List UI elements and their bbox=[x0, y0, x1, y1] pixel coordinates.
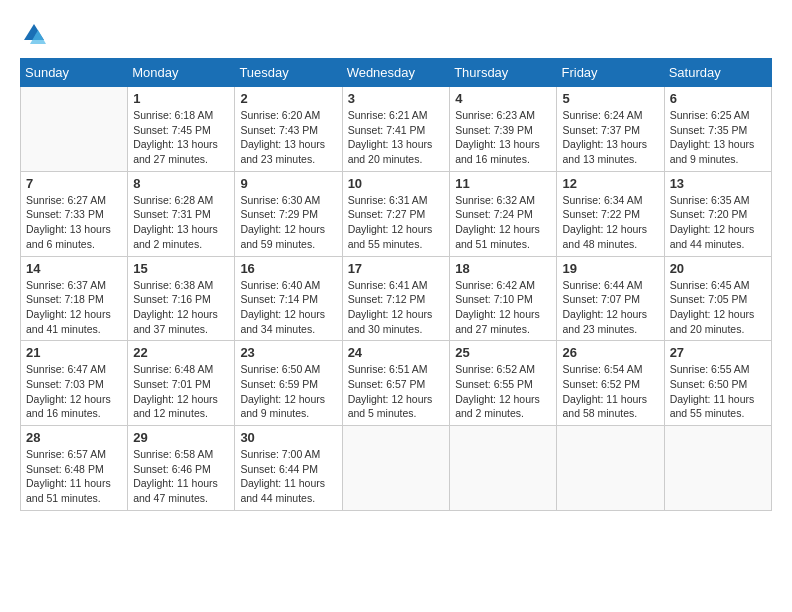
calendar-cell: 6Sunrise: 6:25 AMSunset: 7:35 PMDaylight… bbox=[664, 87, 771, 172]
calendar-cell: 24Sunrise: 6:51 AMSunset: 6:57 PMDayligh… bbox=[342, 341, 450, 426]
calendar-cell: 12Sunrise: 6:34 AMSunset: 7:22 PMDayligh… bbox=[557, 171, 664, 256]
day-number: 7 bbox=[26, 176, 122, 191]
header-sunday: Sunday bbox=[21, 59, 128, 87]
calendar-cell: 8Sunrise: 6:28 AMSunset: 7:31 PMDaylight… bbox=[128, 171, 235, 256]
week-row-5: 28Sunrise: 6:57 AMSunset: 6:48 PMDayligh… bbox=[21, 426, 772, 511]
calendar-cell: 11Sunrise: 6:32 AMSunset: 7:24 PMDayligh… bbox=[450, 171, 557, 256]
day-info: Sunrise: 6:18 AMSunset: 7:45 PMDaylight:… bbox=[133, 108, 229, 167]
day-info: Sunrise: 6:25 AMSunset: 7:35 PMDaylight:… bbox=[670, 108, 766, 167]
logo bbox=[20, 20, 52, 48]
day-number: 18 bbox=[455, 261, 551, 276]
calendar-cell: 3Sunrise: 6:21 AMSunset: 7:41 PMDaylight… bbox=[342, 87, 450, 172]
calendar-cell: 30Sunrise: 7:00 AMSunset: 6:44 PMDayligh… bbox=[235, 426, 342, 511]
day-number: 24 bbox=[348, 345, 445, 360]
day-info: Sunrise: 6:34 AMSunset: 7:22 PMDaylight:… bbox=[562, 193, 658, 252]
day-info: Sunrise: 6:41 AMSunset: 7:12 PMDaylight:… bbox=[348, 278, 445, 337]
calendar-cell: 25Sunrise: 6:52 AMSunset: 6:55 PMDayligh… bbox=[450, 341, 557, 426]
day-info: Sunrise: 6:52 AMSunset: 6:55 PMDaylight:… bbox=[455, 362, 551, 421]
calendar-cell: 14Sunrise: 6:37 AMSunset: 7:18 PMDayligh… bbox=[21, 256, 128, 341]
day-info: Sunrise: 6:23 AMSunset: 7:39 PMDaylight:… bbox=[455, 108, 551, 167]
calendar-cell: 20Sunrise: 6:45 AMSunset: 7:05 PMDayligh… bbox=[664, 256, 771, 341]
calendar-cell bbox=[664, 426, 771, 511]
calendar-cell bbox=[450, 426, 557, 511]
day-info: Sunrise: 6:57 AMSunset: 6:48 PMDaylight:… bbox=[26, 447, 122, 506]
day-number: 22 bbox=[133, 345, 229, 360]
calendar-cell: 5Sunrise: 6:24 AMSunset: 7:37 PMDaylight… bbox=[557, 87, 664, 172]
day-number: 2 bbox=[240, 91, 336, 106]
calendar-cell: 18Sunrise: 6:42 AMSunset: 7:10 PMDayligh… bbox=[450, 256, 557, 341]
day-info: Sunrise: 6:54 AMSunset: 6:52 PMDaylight:… bbox=[562, 362, 658, 421]
week-row-3: 14Sunrise: 6:37 AMSunset: 7:18 PMDayligh… bbox=[21, 256, 772, 341]
calendar-cell: 2Sunrise: 6:20 AMSunset: 7:43 PMDaylight… bbox=[235, 87, 342, 172]
week-row-4: 21Sunrise: 6:47 AMSunset: 7:03 PMDayligh… bbox=[21, 341, 772, 426]
day-info: Sunrise: 6:42 AMSunset: 7:10 PMDaylight:… bbox=[455, 278, 551, 337]
calendar-cell: 15Sunrise: 6:38 AMSunset: 7:16 PMDayligh… bbox=[128, 256, 235, 341]
day-info: Sunrise: 6:30 AMSunset: 7:29 PMDaylight:… bbox=[240, 193, 336, 252]
calendar-cell: 7Sunrise: 6:27 AMSunset: 7:33 PMDaylight… bbox=[21, 171, 128, 256]
day-info: Sunrise: 6:24 AMSunset: 7:37 PMDaylight:… bbox=[562, 108, 658, 167]
day-number: 23 bbox=[240, 345, 336, 360]
calendar-cell: 1Sunrise: 6:18 AMSunset: 7:45 PMDaylight… bbox=[128, 87, 235, 172]
day-number: 25 bbox=[455, 345, 551, 360]
calendar-cell: 29Sunrise: 6:58 AMSunset: 6:46 PMDayligh… bbox=[128, 426, 235, 511]
day-info: Sunrise: 6:47 AMSunset: 7:03 PMDaylight:… bbox=[26, 362, 122, 421]
day-number: 12 bbox=[562, 176, 658, 191]
calendar-cell: 28Sunrise: 6:57 AMSunset: 6:48 PMDayligh… bbox=[21, 426, 128, 511]
calendar-cell: 26Sunrise: 6:54 AMSunset: 6:52 PMDayligh… bbox=[557, 341, 664, 426]
calendar-cell: 27Sunrise: 6:55 AMSunset: 6:50 PMDayligh… bbox=[664, 341, 771, 426]
header-wednesday: Wednesday bbox=[342, 59, 450, 87]
day-number: 15 bbox=[133, 261, 229, 276]
calendar-table: SundayMondayTuesdayWednesdayThursdayFrid… bbox=[20, 58, 772, 511]
calendar-cell: 10Sunrise: 6:31 AMSunset: 7:27 PMDayligh… bbox=[342, 171, 450, 256]
week-row-1: 1Sunrise: 6:18 AMSunset: 7:45 PMDaylight… bbox=[21, 87, 772, 172]
day-number: 1 bbox=[133, 91, 229, 106]
calendar-cell bbox=[557, 426, 664, 511]
day-info: Sunrise: 6:45 AMSunset: 7:05 PMDaylight:… bbox=[670, 278, 766, 337]
day-number: 30 bbox=[240, 430, 336, 445]
day-info: Sunrise: 6:31 AMSunset: 7:27 PMDaylight:… bbox=[348, 193, 445, 252]
calendar-cell: 9Sunrise: 6:30 AMSunset: 7:29 PMDaylight… bbox=[235, 171, 342, 256]
day-number: 27 bbox=[670, 345, 766, 360]
day-number: 5 bbox=[562, 91, 658, 106]
header-thursday: Thursday bbox=[450, 59, 557, 87]
day-number: 21 bbox=[26, 345, 122, 360]
day-info: Sunrise: 6:21 AMSunset: 7:41 PMDaylight:… bbox=[348, 108, 445, 167]
day-info: Sunrise: 6:58 AMSunset: 6:46 PMDaylight:… bbox=[133, 447, 229, 506]
day-number: 20 bbox=[670, 261, 766, 276]
header-friday: Friday bbox=[557, 59, 664, 87]
day-info: Sunrise: 6:40 AMSunset: 7:14 PMDaylight:… bbox=[240, 278, 336, 337]
day-info: Sunrise: 6:48 AMSunset: 7:01 PMDaylight:… bbox=[133, 362, 229, 421]
day-number: 16 bbox=[240, 261, 336, 276]
day-info: Sunrise: 7:00 AMSunset: 6:44 PMDaylight:… bbox=[240, 447, 336, 506]
day-info: Sunrise: 6:37 AMSunset: 7:18 PMDaylight:… bbox=[26, 278, 122, 337]
calendar-cell bbox=[342, 426, 450, 511]
day-number: 17 bbox=[348, 261, 445, 276]
day-info: Sunrise: 6:32 AMSunset: 7:24 PMDaylight:… bbox=[455, 193, 551, 252]
day-number: 19 bbox=[562, 261, 658, 276]
calendar-cell bbox=[21, 87, 128, 172]
calendar-cell: 16Sunrise: 6:40 AMSunset: 7:14 PMDayligh… bbox=[235, 256, 342, 341]
day-info: Sunrise: 6:28 AMSunset: 7:31 PMDaylight:… bbox=[133, 193, 229, 252]
calendar-cell: 13Sunrise: 6:35 AMSunset: 7:20 PMDayligh… bbox=[664, 171, 771, 256]
day-number: 29 bbox=[133, 430, 229, 445]
calendar-cell: 19Sunrise: 6:44 AMSunset: 7:07 PMDayligh… bbox=[557, 256, 664, 341]
day-info: Sunrise: 6:55 AMSunset: 6:50 PMDaylight:… bbox=[670, 362, 766, 421]
day-info: Sunrise: 6:27 AMSunset: 7:33 PMDaylight:… bbox=[26, 193, 122, 252]
page-header bbox=[20, 20, 772, 48]
header-monday: Monday bbox=[128, 59, 235, 87]
day-number: 13 bbox=[670, 176, 766, 191]
day-number: 14 bbox=[26, 261, 122, 276]
day-number: 4 bbox=[455, 91, 551, 106]
logo-icon bbox=[20, 20, 48, 48]
calendar-cell: 22Sunrise: 6:48 AMSunset: 7:01 PMDayligh… bbox=[128, 341, 235, 426]
day-number: 6 bbox=[670, 91, 766, 106]
day-info: Sunrise: 6:51 AMSunset: 6:57 PMDaylight:… bbox=[348, 362, 445, 421]
header-tuesday: Tuesday bbox=[235, 59, 342, 87]
calendar-cell: 21Sunrise: 6:47 AMSunset: 7:03 PMDayligh… bbox=[21, 341, 128, 426]
day-number: 9 bbox=[240, 176, 336, 191]
calendar-cell: 4Sunrise: 6:23 AMSunset: 7:39 PMDaylight… bbox=[450, 87, 557, 172]
day-number: 8 bbox=[133, 176, 229, 191]
day-info: Sunrise: 6:20 AMSunset: 7:43 PMDaylight:… bbox=[240, 108, 336, 167]
week-row-2: 7Sunrise: 6:27 AMSunset: 7:33 PMDaylight… bbox=[21, 171, 772, 256]
calendar-header-row: SundayMondayTuesdayWednesdayThursdayFrid… bbox=[21, 59, 772, 87]
